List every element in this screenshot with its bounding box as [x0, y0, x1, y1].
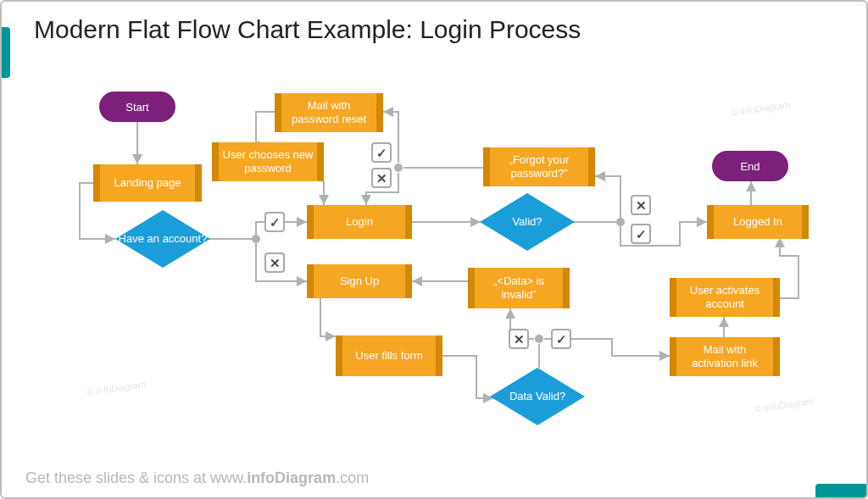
- cross-icon: ✕: [371, 168, 392, 188]
- login-label: Login: [346, 215, 373, 229]
- signup-label: Sign Up: [340, 274, 379, 288]
- cross-icon: ✕: [631, 195, 651, 215]
- process-activates: User activates account: [670, 278, 780, 317]
- activates-label: User activates account: [680, 284, 770, 310]
- valid-label: Valid?: [512, 216, 542, 229]
- check-icon: ✓: [551, 329, 571, 349]
- process-choose-pw: User chooses new password: [212, 142, 324, 181]
- footer-lead: Get these slides & icons at www.: [25, 469, 247, 486]
- process-mail-activation: Mail with activation link: [670, 337, 780, 376]
- process-landing: Landing page: [93, 164, 202, 202]
- data-valid-label: Data Valid?: [509, 391, 565, 403]
- decision-have-account: Have an account?: [115, 210, 210, 268]
- process-logged-in: Logged In: [707, 205, 809, 239]
- slide-frame: Modern Flat Flow Chart Example: Login Pr…: [0, 0, 868, 499]
- cross-icon: ✕: [509, 329, 529, 349]
- fills-form-label: User fills form: [355, 349, 422, 363]
- process-fills-form: User fills form: [336, 335, 442, 376]
- svg-point-3: [535, 335, 543, 343]
- terminator-start: Start: [99, 91, 175, 122]
- flowchart-canvas: Start End Landing page Mail with passwor…: [2, 2, 866, 497]
- decision-data-valid: Data Valid?: [490, 368, 585, 425]
- cross-icon: ✕: [264, 252, 285, 273]
- have-account-label: Have an account?: [119, 233, 208, 246]
- end-label: End: [740, 160, 760, 173]
- forgot-label: „Forgot your password?”: [493, 153, 585, 180]
- choose-pw-label: User chooses new password: [222, 148, 314, 175]
- logged-in-label: Logged In: [733, 215, 782, 229]
- process-signup: Sign Up: [307, 264, 412, 298]
- mail-activation-label: Mail with activation link: [680, 343, 770, 369]
- check-icon: ✓: [371, 142, 392, 163]
- process-data-invalid: „<Data> is invalid”: [468, 268, 570, 308]
- process-forgot: „Forgot your password?”: [483, 147, 595, 186]
- terminator-end: End: [712, 151, 788, 181]
- footer-tail: .com: [336, 469, 369, 486]
- check-icon: ✓: [264, 212, 285, 232]
- check-icon: ✓: [631, 224, 651, 244]
- mail-reset-label: Mail with password reset: [285, 99, 373, 125]
- footer-brand: infoDiagram: [247, 469, 336, 486]
- landing-label: Landing page: [114, 176, 181, 190]
- start-label: Start: [125, 101, 148, 114]
- process-mail-reset: Mail with password reset: [275, 93, 383, 132]
- data-invalid-label: „<Data> is invalid”: [478, 274, 559, 301]
- decision-valid: Valid?: [480, 193, 575, 251]
- slide-footer: Get these slides & icons at www.infoDiag…: [25, 469, 369, 487]
- svg-point-2: [394, 164, 403, 172]
- process-login: Login: [307, 205, 412, 239]
